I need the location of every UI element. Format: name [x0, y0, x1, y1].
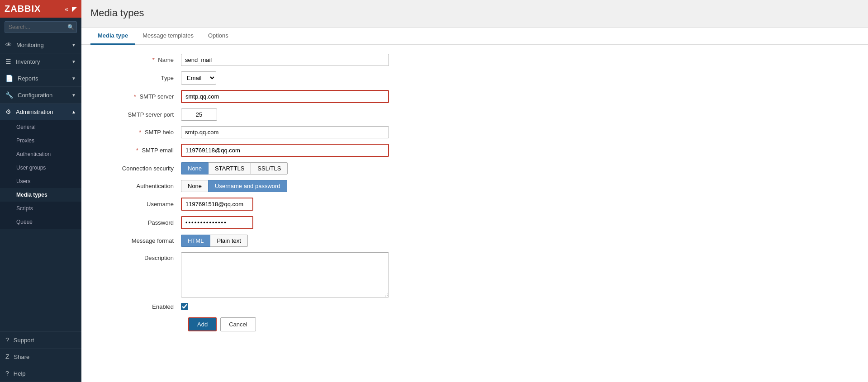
page-header: Media types [81, 0, 868, 28]
sidebar-item-scripts[interactable]: Scripts [0, 202, 81, 215]
authentication-none[interactable]: None [181, 180, 209, 192]
sidebar-item-configuration-label: Configuration [18, 92, 52, 99]
sidebar-item-reports[interactable]: 📄 Reports ▼ [0, 70, 81, 87]
enabled-checkbox[interactable] [181, 303, 188, 310]
expand-icon[interactable]: ◤ [72, 5, 77, 13]
smtp-server-input[interactable] [181, 90, 389, 103]
monitoring-icon: 👁 [5, 41, 12, 48]
administration-submenu: General Proxies Authentication User grou… [0, 120, 81, 229]
share-icon: Z [5, 353, 9, 360]
username-input[interactable] [181, 198, 253, 211]
sidebar-item-configuration[interactable]: 🔧 Configuration ▼ [0, 87, 81, 104]
required-star: * [136, 147, 138, 154]
sidebar-item-queue[interactable]: Queue [0, 215, 81, 229]
page-title: Media types [90, 7, 859, 19]
main-content: Media types Media type Message templates… [81, 0, 868, 382]
sidebar-item-share-label: Share [14, 354, 30, 360]
name-input[interactable] [181, 54, 389, 66]
sidebar-item-authentication[interactable]: Authentication [0, 147, 81, 161]
sidebar-item-help[interactable]: ? Help [0, 365, 81, 382]
sidebar: ZABBIX « ◤ 🔍 👁 Monitoring ▼ ☰ Inventory … [0, 0, 81, 382]
username-label: Username [90, 201, 181, 208]
sidebar-item-general[interactable]: General [0, 120, 81, 134]
description-textarea[interactable] [181, 252, 389, 297]
chevron-icon: ▼ [71, 93, 76, 98]
message-format-plaintext[interactable]: Plain text [210, 235, 247, 247]
authentication-row: Authentication None Username and passwor… [90, 180, 859, 192]
enabled-checkbox-wrap [181, 303, 188, 310]
smtp-helo-input[interactable] [181, 126, 389, 138]
inventory-icon: ☰ [5, 58, 11, 65]
sidebar-item-reports-label: Reports [18, 75, 38, 82]
tabs: Media type Message templates Options [81, 28, 868, 45]
smtp-email-label: * SMTP email [90, 147, 181, 154]
sidebar-item-share[interactable]: Z Share [0, 349, 81, 365]
logo: ZABBIX [5, 4, 41, 14]
cancel-button[interactable]: Cancel [220, 317, 256, 331]
enabled-row: Enabled [90, 303, 859, 310]
connection-security-ssltls[interactable]: SSL/TLS [251, 162, 288, 174]
smtp-port-input[interactable] [181, 108, 217, 121]
type-select[interactable]: Email SMS Script Jabber [181, 71, 216, 85]
smtp-email-row: * SMTP email [90, 144, 859, 157]
chevron-icon: ▲ [71, 109, 76, 114]
configuration-icon: 🔧 [5, 91, 13, 99]
sidebar-item-user-groups[interactable]: User groups [0, 161, 81, 174]
enabled-label: Enabled [90, 303, 181, 310]
sidebar-item-users[interactable]: Users [0, 174, 81, 188]
smtp-email-input[interactable] [181, 144, 389, 157]
name-label: * Name [90, 57, 181, 63]
smtp-helo-row: * SMTP helo [90, 126, 859, 138]
smtp-port-label: SMTP server port [90, 111, 181, 118]
help-icon: ? [5, 370, 9, 377]
description-row: Description [90, 252, 859, 297]
smtp-server-label: * SMTP server [90, 93, 181, 100]
smtp-port-row: SMTP server port [90, 108, 859, 121]
type-row: Type Email SMS Script Jabber [90, 71, 859, 85]
tab-message-templates[interactable]: Message templates [135, 28, 201, 45]
password-input[interactable] [181, 216, 253, 229]
connection-security-none[interactable]: None [181, 162, 209, 174]
sidebar-item-proxies[interactable]: Proxies [0, 134, 81, 147]
form-area: * Name Type Email SMS Script Jabber * SM… [81, 45, 868, 382]
connection-security-starttls[interactable]: STARTTLS [208, 162, 251, 174]
message-format-group: HTML Plain text [181, 235, 247, 247]
sidebar-item-administration-label: Administration [16, 108, 53, 115]
sidebar-item-media-types[interactable]: Media types [0, 188, 81, 202]
authentication-group: None Username and password [181, 180, 287, 192]
smtp-server-row: * SMTP server [90, 90, 859, 103]
message-format-row: Message format HTML Plain text [90, 235, 859, 247]
connection-security-group: None STARTTLS SSL/TLS [181, 162, 287, 174]
sidebar-item-support-label: Support [14, 337, 34, 344]
search-input[interactable] [5, 21, 77, 33]
chevron-icon: ▼ [71, 76, 76, 81]
sidebar-bottom: ? Support Z Share ? Help [0, 331, 81, 382]
sidebar-item-administration[interactable]: ⚙ Administration ▲ [0, 104, 81, 120]
chevron-icon: ▼ [71, 42, 76, 47]
type-label: Type [90, 75, 181, 81]
password-row: Password [90, 216, 859, 229]
tab-options[interactable]: Options [201, 28, 236, 45]
sidebar-item-inventory[interactable]: ☰ Inventory ▼ [0, 53, 81, 70]
support-icon: ? [5, 336, 9, 344]
chevron-icon: ▼ [71, 59, 76, 64]
smtp-helo-label: * SMTP helo [90, 129, 181, 136]
message-format-html[interactable]: HTML [181, 235, 210, 247]
action-buttons: Add Cancel [90, 317, 859, 331]
name-row: * Name [90, 54, 859, 66]
authentication-username-password[interactable]: Username and password [208, 180, 287, 192]
tab-media-type[interactable]: Media type [90, 28, 135, 45]
message-format-label: Message format [90, 237, 181, 244]
required-star: * [134, 93, 136, 100]
collapse-icon[interactable]: « [65, 5, 68, 13]
sidebar-item-support[interactable]: ? Support [0, 332, 81, 349]
add-button[interactable]: Add [188, 317, 217, 331]
authentication-label: Authentication [90, 183, 181, 189]
username-row: Username [90, 198, 859, 211]
connection-security-label: Connection security [90, 165, 181, 172]
connection-security-row: Connection security None STARTTLS SSL/TL… [90, 162, 859, 174]
sidebar-item-monitoring[interactable]: 👁 Monitoring ▼ [0, 37, 81, 53]
sidebar-header-icons: « ◤ [65, 5, 77, 13]
sidebar-search: 🔍 [0, 18, 81, 37]
sidebar-header: ZABBIX « ◤ [0, 0, 81, 18]
